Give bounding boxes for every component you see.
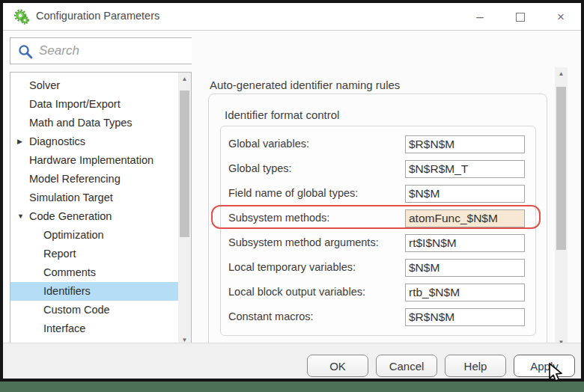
search-icon (17, 43, 34, 60)
sidebar-item-label: Data Import/Export (10, 95, 179, 114)
chevron-down-icon[interactable]: ▼ (17, 207, 24, 226)
param-row-subsystem-method-arguments: Subsystem method arguments: (221, 234, 537, 252)
scroll-up-icon[interactable]: ▲ (178, 73, 191, 85)
sidebar-item-label: Custom Code (10, 301, 179, 319)
param-label: Field name of global types: (228, 187, 358, 199)
screen: Configuration Parameters – × SolverData … (0, 0, 584, 392)
maximize-button[interactable] (500, 3, 541, 31)
param-row-field-name-of-global-types: Field name of global types: (221, 185, 537, 203)
sidebar-item-comments[interactable]: Comments (10, 263, 179, 282)
sidebar-item-simulation-target[interactable]: Simulation Target (10, 189, 179, 207)
sidebar-item-model-referencing[interactable]: Model Referencing (10, 170, 179, 189)
param-input-field-name-of-global-types[interactable] (405, 185, 525, 203)
chevron-right-icon[interactable]: ▶ (17, 132, 22, 151)
close-button[interactable]: × (541, 3, 581, 31)
apply-button[interactable]: Apply (514, 355, 575, 377)
param-input-global-types[interactable] (405, 160, 525, 178)
param-label: Global variables: (228, 138, 309, 150)
settings-pane: Auto-generated identifier naming rules I… (192, 34, 555, 343)
main-scrollbar-thumb[interactable] (556, 87, 566, 250)
sidebar-item-data-import-export[interactable]: Data Import/Export (10, 95, 179, 114)
sidebar-item-label: Code Generation (10, 207, 179, 226)
main-scrollbar[interactable]: ▲ ▼ (555, 67, 568, 349)
sidebar-item-label: Solver (10, 76, 179, 95)
param-input-subsystem-method-arguments[interactable] (405, 234, 525, 252)
sidebar-scrollbar[interactable]: ▲ ▼ (178, 73, 191, 346)
param-row-global-types: Global types: (221, 160, 537, 178)
group-title: Identifier format control (225, 108, 339, 121)
sidebar-scrollbar-thumb[interactable] (180, 91, 189, 237)
sidebar-item-label: Model Referencing (10, 170, 179, 189)
sidebar-item-optimization[interactable]: Optimization (10, 226, 179, 245)
param-label: Local temporary variables: (228, 261, 356, 273)
ok-button[interactable]: OK (307, 355, 368, 377)
sidebar-item-label: Diagnostics (10, 132, 179, 151)
pane-heading: Auto-generated identifier naming rules (210, 79, 400, 91)
parameter-fields: Global variables:Global types:Field name… (221, 135, 537, 333)
param-input-local-temporary-variables[interactable] (405, 259, 525, 277)
scroll-up-icon[interactable]: ▲ (555, 67, 568, 80)
param-row-local-temporary-variables: Local temporary variables: (221, 259, 537, 277)
desktop-background (0, 382, 584, 392)
sidebar-item-label: Optimization (10, 226, 179, 245)
param-row-global-variables: Global variables: (221, 135, 537, 153)
category-tree: SolverData Import/ExportMath and Data Ty… (10, 76, 179, 338)
param-input-global-variables[interactable] (405, 135, 525, 153)
param-input-subsystem-methods[interactable] (405, 209, 525, 227)
param-label: Constant macros: (228, 310, 314, 322)
sidebar-item-math-and-data-types[interactable]: Math and Data Types (10, 114, 179, 132)
identifier-format-group: Global variables:Global types:Field name… (220, 126, 536, 336)
param-input-local-block-output-variables[interactable] (405, 284, 525, 301)
param-label: Local block output variables: (228, 286, 365, 298)
sidebar-item-label: Hardware Implementation (10, 151, 179, 170)
sidebar-item-label: Interface (10, 319, 179, 338)
gears-icon (13, 9, 30, 25)
window-title: Configuration Parameters (36, 10, 159, 22)
sidebar-item-hardware-implementation[interactable]: Hardware Implementation (10, 151, 179, 170)
sidebar-item-label: Math and Data Types (10, 114, 179, 132)
param-row-constant-macros: Constant macros: (221, 308, 537, 326)
sidebar-item-label: Comments (10, 263, 179, 282)
dialog-footer: OKCancelHelpApply (3, 343, 581, 379)
title-bar[interactable]: Configuration Parameters – × (3, 3, 581, 31)
param-label: Subsystem methods: (228, 212, 329, 224)
sidebar-item-label: Identifiers (10, 282, 179, 301)
param-row-subsystem-methods: Subsystem methods: (221, 209, 537, 227)
param-label: Global types: (228, 162, 292, 174)
param-label: Subsystem method arguments: (228, 236, 379, 248)
configuration-parameters-dialog: Configuration Parameters – × SolverData … (3, 3, 581, 379)
sidebar-item-solver[interactable]: Solver (10, 76, 179, 95)
sidebar-item-label: Report (10, 245, 179, 263)
param-input-constant-macros[interactable] (405, 308, 525, 326)
category-tree-panel: SolverData Import/ExportMath and Data Ty… (10, 72, 192, 347)
sidebar-item-diagnostics[interactable]: ▶Diagnostics (10, 132, 179, 151)
param-row-local-block-output-variables: Local block output variables: (221, 284, 537, 301)
maximize-icon (516, 13, 525, 22)
sidebar-item-identifiers[interactable]: Identifiers (10, 282, 179, 301)
sidebar-item-interface[interactable]: Interface (10, 319, 179, 338)
help-button[interactable]: Help (445, 355, 506, 377)
sidebar-item-label: Simulation Target (10, 189, 179, 207)
sidebar-item-custom-code[interactable]: Custom Code (10, 301, 179, 319)
sidebar-item-report[interactable]: Report (10, 245, 179, 263)
minimize-button[interactable]: – (460, 3, 500, 31)
cancel-button[interactable]: Cancel (376, 355, 437, 377)
sidebar-item-code-generation[interactable]: ▼Code Generation (10, 207, 179, 226)
